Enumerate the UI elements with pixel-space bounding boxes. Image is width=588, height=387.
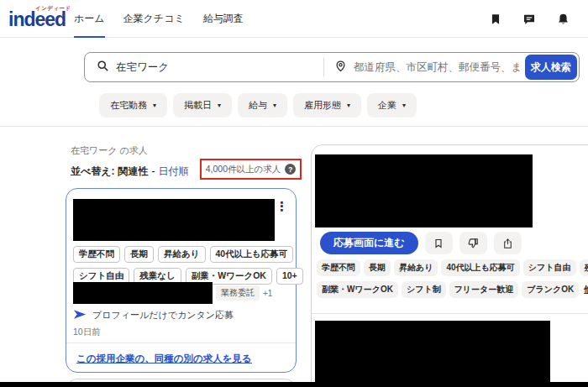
- posted-date: 10日前: [73, 327, 101, 338]
- job-search-button[interactable]: 求人検索: [525, 55, 577, 80]
- easy-apply-row: プロフィールだけでカンタン応募: [73, 309, 234, 322]
- sort-option-date-link[interactable]: 日付順: [159, 165, 189, 179]
- chevron-down-icon: ▾: [402, 102, 406, 109]
- employment-type-row: 業務委託 +1: [216, 285, 272, 301]
- detail-tags-row-2: 副業・WワークOKシフト制フリーター歓迎ブランクOK 他7件: [317, 281, 588, 298]
- detail-tag: フリーター歓迎: [449, 281, 519, 298]
- filter-company[interactable]: 企業▾: [367, 93, 417, 118]
- chevron-down-icon: ▾: [153, 102, 156, 109]
- job-tag: 長期: [124, 246, 154, 263]
- detail-tag: ブランクOK: [522, 281, 579, 298]
- filter-label: 雇用形態: [304, 99, 341, 112]
- filter-remote-work[interactable]: 在宅勤務▾: [99, 93, 167, 118]
- detail-tags-row-1: 学歴不問長期昇給あり40代以上も応募可シフト自由残業なし: [317, 259, 588, 276]
- search-section: 求人検索 在宅勤務▾ 掲載日▾ 給与▾ 雇用形態▾ 企業▾: [0, 38, 588, 127]
- search-icon: [97, 60, 109, 76]
- detail-tag: 長期: [364, 259, 391, 276]
- save-job-bookmark-button[interactable]: [425, 232, 453, 254]
- filter-date-posted[interactable]: 掲載日▾: [173, 93, 232, 118]
- notifications-bell-icon[interactable]: [556, 13, 570, 26]
- filter-bar: 在宅勤務▾ 掲載日▾ 給与▾ 雇用形態▾ 企業▾: [99, 93, 417, 118]
- job-detail-panel: 応募画面に進む 学歴不問長期昇給あり40代以上も応募可シフト自由残業なし 副業・…: [311, 144, 588, 387]
- sort-row: 並べ替え: 関連性 - 日付順: [71, 165, 189, 179]
- share-button[interactable]: [494, 232, 522, 254]
- detail-divider: [312, 313, 588, 314]
- sort-option-relevance: 関連性: [118, 165, 149, 179]
- filter-label: 給与: [249, 99, 267, 112]
- messages-icon[interactable]: [522, 13, 536, 26]
- easy-apply-label: プロフィールだけでカンタン応募: [92, 309, 234, 322]
- job-tag: 10+: [276, 268, 303, 285]
- more-tags-link[interactable]: 他7件: [584, 284, 588, 295]
- nav-item-home[interactable]: ホーム: [74, 0, 105, 38]
- detail-tag: 学歴不問: [317, 259, 360, 276]
- job-tags-row-1: 学歴不問長期昇給あり40代以上も応募可: [73, 246, 293, 263]
- keyword-input[interactable]: [116, 61, 284, 73]
- job-card[interactable]: ⋮ 学歴不問長期昇給あり40代以上も応募可 シフト自由残業なし副業・WワークOK…: [66, 188, 297, 373]
- filter-label: 在宅勤務: [110, 99, 147, 112]
- detail-tag: 副業・WワークOK: [317, 281, 398, 298]
- redacted-detail-header: [315, 154, 533, 227]
- result-count-highlight: 4,000件以上の求人 ?: [200, 159, 302, 180]
- screenshot-bottom-edge: [0, 382, 588, 387]
- same-employer-jobs-link[interactable]: この採用企業の、同種の別の求人を見る: [76, 353, 252, 365]
- job-tag: 昇給あり: [158, 246, 206, 263]
- detail-tag: 40代以上も応募可: [441, 259, 519, 276]
- saved-jobs-bookmark-icon[interactable]: [489, 13, 502, 26]
- detail-tag: シフト制: [402, 281, 446, 298]
- location-input[interactable]: [354, 61, 522, 73]
- dislike-thumbs-down-button[interactable]: [459, 232, 487, 254]
- detail-actions: 応募画面に進む: [320, 232, 522, 254]
- indeed-job-search-page: インディード indeed ホーム 企業クチコミ 給与調査: [0, 0, 588, 387]
- filter-label: 掲載日: [184, 99, 212, 112]
- detail-tag: 昇給あり: [394, 259, 438, 276]
- sort-separator: -: [152, 165, 155, 177]
- main-nav: ホーム 企業クチコミ 給与調査: [74, 0, 244, 38]
- apply-button[interactable]: 応募画面に進む: [320, 232, 418, 254]
- quick-apply-send-icon: [73, 309, 87, 322]
- chevron-down-icon: ▾: [218, 102, 221, 109]
- search-bar: 求人検索: [84, 52, 580, 82]
- chevron-down-icon: ▾: [273, 102, 276, 109]
- filter-employment-type[interactable]: 雇用形態▾: [293, 93, 361, 118]
- topbar-icons: [489, 0, 570, 38]
- redacted-job-salary: [73, 282, 213, 304]
- redacted-detail-body: [315, 321, 550, 386]
- employment-type-more: +1: [263, 289, 272, 298]
- filter-salary[interactable]: 給与▾: [238, 93, 287, 118]
- logo-text: indeed: [8, 8, 66, 31]
- location-pin-icon: [334, 60, 347, 76]
- keyword-field[interactable]: [85, 53, 323, 81]
- chevron-down-icon: ▾: [347, 102, 350, 109]
- detail-tag: 残業なし: [580, 259, 588, 276]
- card-divider: [66, 343, 296, 343]
- kebab-menu-icon[interactable]: ⋮: [276, 200, 288, 212]
- top-nav-bar: インディード indeed ホーム 企業クチコミ 給与調査: [0, 0, 588, 38]
- result-count-text: 4,000件以上の求人: [206, 164, 281, 175]
- employment-type-badge: 業務委託: [216, 285, 260, 301]
- nav-item-salary-guide[interactable]: 給与調査: [203, 0, 244, 38]
- results-breadcrumb: 在宅ワーク の求人: [71, 144, 148, 157]
- nav-item-company-reviews[interactable]: 企業クチコミ: [123, 0, 185, 38]
- sort-label: 並べ替え:: [71, 165, 115, 179]
- indeed-logo[interactable]: インディード indeed: [8, 5, 67, 34]
- filter-label: 企業: [378, 99, 396, 112]
- help-question-icon[interactable]: ?: [285, 164, 296, 175]
- job-tag: 学歴不問: [73, 246, 120, 263]
- job-tag: 40代以上も応募可: [210, 246, 293, 263]
- detail-tag: シフト自由: [523, 259, 576, 276]
- redacted-job-title: [73, 199, 275, 241]
